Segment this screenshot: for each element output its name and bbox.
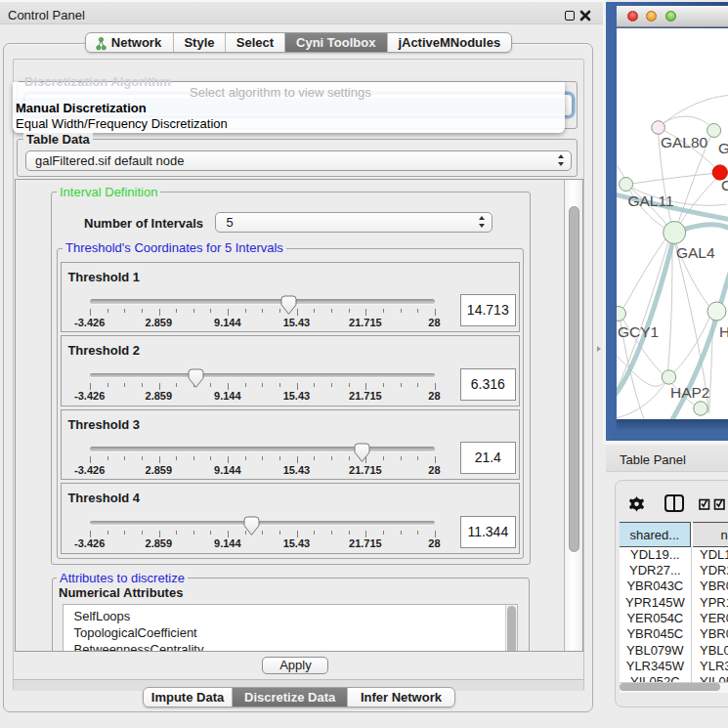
svg-text:C: C — [721, 177, 728, 193]
svg-text:HAP2: HAP2 — [670, 384, 709, 401]
svg-text:GA: GA — [718, 140, 728, 156]
svg-text:GAL80: GAL80 — [661, 134, 707, 150]
svg-text:GAL11: GAL11 — [628, 193, 674, 209]
svg-text:H: H — [719, 323, 728, 340]
svg-text:GAL4: GAL4 — [676, 243, 715, 260]
svg-text:GCY1: GCY1 — [618, 323, 659, 340]
